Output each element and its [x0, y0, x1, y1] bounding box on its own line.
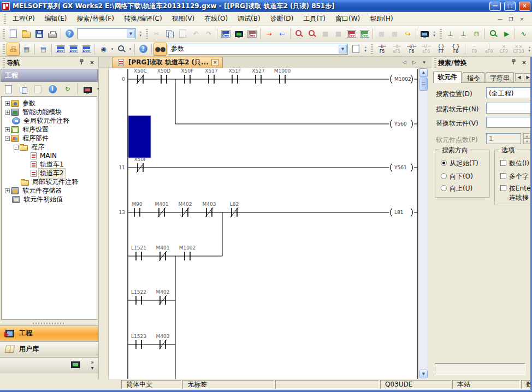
radio-from-start[interactable]: 从起始(T) — [441, 159, 478, 168]
mdi-close-button[interactable]: × — [517, 15, 527, 23]
ladder-edit-cursor[interactable] — [128, 116, 151, 158]
ladder-monitor-icon[interactable] — [232, 27, 245, 40]
device-display-icon[interactable]: ◉ — [97, 43, 110, 56]
maximize-button[interactable]: □ — [504, 2, 516, 11]
trace-open-icon[interactable]: ∿ — [517, 27, 530, 40]
ladder-symbol-sF9[interactable]: │sF9 — [482, 42, 496, 56]
undo-icon[interactable]: ↶ — [189, 27, 202, 40]
tab-scroll-left-icon[interactable]: ◁ — [400, 58, 409, 67]
program-check-icon[interactable] — [305, 27, 318, 40]
checkbox-multiword-icon[interactable] — [500, 173, 506, 179]
menu-item[interactable]: 调试(B) — [233, 12, 265, 26]
help-icon[interactable]: ? — [63, 27, 76, 40]
mdi-restore-button[interactable]: ❐ — [506, 15, 516, 23]
menu-item[interactable]: 帮助(H) — [365, 12, 398, 26]
toolbar-overflow-icon[interactable]: »▾ — [526, 43, 532, 56]
ladder-symbol-sF5[interactable]: ⊣⊢sF5 — [389, 42, 404, 56]
sidebar-item-user-library[interactable]: 用户库 — [0, 341, 98, 357]
dropdown-arrow-icon[interactable]: ▾ — [128, 47, 133, 51]
tree-item[interactable]: 软元件初始值 — [2, 195, 97, 204]
find-target-combobox[interactable]: 参数▼ — [168, 44, 348, 55]
menu-item[interactable]: 搜索/替换(F) — [72, 12, 119, 26]
find-icon[interactable]: ●● — [153, 43, 167, 56]
menu-item[interactable]: 工程(P) — [8, 12, 40, 26]
toolbar-overflow-icon[interactable]: »▾ — [362, 43, 369, 56]
toolbar-grip[interactable] — [146, 29, 148, 39]
menu-item[interactable]: 编辑(E) — [40, 12, 72, 26]
ladder-symbol-F8[interactable]: { }F8 — [448, 42, 463, 56]
project-refresh-icon[interactable]: ↻ — [61, 82, 74, 96]
paste-icon[interactable] — [176, 27, 189, 40]
statement-display-icon[interactable]: ■ — [388, 27, 401, 40]
tree-expander-icon[interactable]: + — [5, 110, 10, 115]
verify-plc-icon[interactable] — [292, 27, 305, 40]
menu-item[interactable]: 诊断(D) — [265, 12, 299, 26]
menu-item[interactable]: 窗口(W) — [330, 12, 365, 26]
nav-splitter[interactable] — [0, 321, 98, 325]
monitor-resume-icon[interactable]: ■ — [332, 27, 345, 40]
save-project-icon[interactable] — [33, 27, 46, 40]
monitor-pause-icon[interactable]: ■ — [318, 27, 332, 40]
window-select-combobox[interactable]: ▼ — [77, 28, 136, 39]
project-paste-icon[interactable] — [31, 82, 44, 96]
device-batch-search-icon[interactable] — [115, 43, 128, 56]
search-close-icon[interactable]: × — [520, 59, 528, 67]
ladder-symbol-F6[interactable]: ⊣/⊢F6 — [404, 42, 419, 56]
toolbar-overflow-icon[interactable]: »▾ — [431, 27, 438, 40]
redo-icon[interactable]: ↷ — [202, 27, 215, 40]
help2-icon[interactable]: ? — [137, 43, 150, 56]
cc-link-icon[interactable]: Dev — [80, 43, 93, 56]
menu-item[interactable]: 工具(T) — [298, 12, 330, 26]
replace-device-combobox[interactable] — [486, 117, 530, 128]
radio-up-icon[interactable] — [441, 185, 447, 191]
ladder-symbol-F9[interactable]: ─F9 — [467, 42, 482, 56]
tree-expander-icon[interactable]: - — [5, 136, 10, 141]
device-comment-icon[interactable]: Dev — [54, 43, 67, 56]
comment-display-icon[interactable]: ■ — [375, 27, 388, 40]
device-points-spinner[interactable]: ▲▼ — [523, 133, 530, 144]
ladder-symbol-F5[interactable]: ⊣⊢F5 — [375, 42, 389, 56]
new-project-icon[interactable] — [7, 27, 20, 40]
dropdown-arrow-icon[interactable]: ▾ — [110, 47, 115, 51]
tab-instruction[interactable]: 指令 — [463, 72, 484, 82]
radio-from-start-icon[interactable] — [441, 160, 447, 166]
checkbox-enter-continuous-icon[interactable] — [500, 185, 506, 191]
toolbar-grip[interactable] — [440, 29, 442, 39]
tree-expander-icon[interactable]: + — [5, 188, 10, 193]
device-test-icon[interactable]: ⊓ — [470, 27, 483, 40]
checkbox-digit[interactable]: 数位(I) — [500, 159, 529, 168]
menu-item[interactable]: 转换/编译(C) — [119, 12, 167, 26]
checkbox-enter-continuous[interactable]: 按Enter 连续搜 — [500, 184, 530, 203]
tree-item[interactable]: -程序部件 — [2, 134, 97, 142]
toolbar-grip[interactable] — [3, 44, 5, 54]
menu-item[interactable]: 视图(V) — [167, 12, 200, 26]
display-window-icon[interactable] — [418, 27, 431, 40]
print-icon[interactable] — [46, 27, 59, 40]
open-project-icon[interactable] — [20, 27, 33, 40]
toolbar-overflow-icon[interactable]: »▾ — [137, 27, 144, 40]
radio-down-icon[interactable] — [441, 173, 447, 179]
tab-device[interactable]: 软元件 — [433, 71, 462, 83]
sidebar-item-project[interactable]: 工程 — [0, 325, 98, 341]
tab-list-dropdown-icon[interactable]: ▾ — [420, 58, 428, 67]
combo-arrow-icon[interactable]: ▼ — [339, 45, 347, 54]
search-device-combobox[interactable] — [486, 103, 530, 114]
monitor-start-icon[interactable]: ⊥ — [444, 27, 457, 40]
menu-item[interactable]: 在线(O) — [199, 12, 233, 26]
menu-grip[interactable] — [4, 14, 6, 24]
tab-string[interactable]: 字符串 — [486, 72, 514, 82]
dev-run-icon[interactable]: Dev — [358, 27, 371, 40]
nav-pin-icon[interactable] — [78, 59, 86, 67]
project-filter-icon[interactable] — [81, 82, 94, 96]
project-property-icon[interactable]: i — [46, 82, 59, 96]
output-window-icon[interactable]: ▤ — [37, 43, 50, 56]
jump-icon[interactable]: ↪ — [401, 27, 414, 40]
minimize-button[interactable]: — — [489, 2, 501, 11]
radio-down[interactable]: 向下(O) — [441, 172, 473, 181]
ladder-symbol-CF10[interactable]: ××CF10 — [511, 42, 526, 56]
scroll-down-icon[interactable]: ▼ — [419, 370, 428, 378]
search-pin-icon[interactable] — [510, 59, 518, 67]
tree-item[interactable]: -程序 — [2, 142, 97, 151]
monitor-stop-icon[interactable]: ⊥ — [457, 27, 470, 40]
mdi-minimize-button[interactable]: — — [495, 15, 505, 23]
